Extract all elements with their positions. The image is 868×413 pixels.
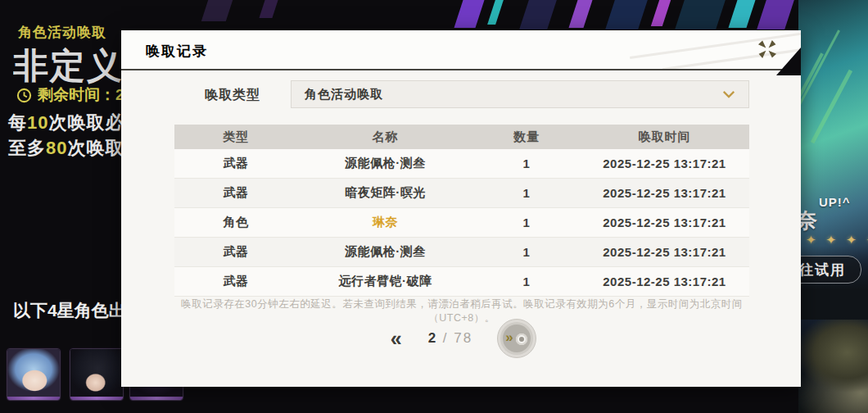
cell-qty: 1 (473, 275, 580, 288)
dialog-title: 唤取记录 (146, 42, 208, 61)
header-qty: 数量 (473, 129, 580, 145)
cell-time: 2025-12-25 13:17:21 (580, 157, 749, 170)
table-row: 武器源能佩枪·测叁12025-12-25 13:17:21 (174, 238, 749, 267)
next-page-icon: » (505, 329, 513, 346)
star-icon: ✦ (826, 233, 837, 247)
star-icon: ✦ (846, 233, 857, 247)
cell-type: 角色 (174, 215, 297, 230)
prev-page-button[interactable]: « (387, 329, 404, 349)
header-type: 类型 (174, 129, 297, 145)
cell-time: 2025-12-25 13:17:21 (580, 245, 749, 259)
table-row: 武器暗夜矩阵·暝光12025-12-25 13:17:21 (174, 179, 749, 208)
header-time: 唤取时间 (580, 129, 749, 145)
four-star-heading: 以下4星角色出现概 (13, 299, 123, 322)
records-table: 类型 名称 数量 唤取时间 武器源能佩枪·测叁12025-12-25 13:17… (174, 125, 749, 297)
cell-type: 武器 (174, 244, 297, 260)
table-row: 武器源能佩枪·测叁12025-12-25 13:17:21 (174, 149, 749, 179)
table-header-row: 类型 名称 数量 唤取时间 (174, 125, 749, 149)
cell-name: 琳奈 (297, 215, 473, 230)
header-divider (121, 69, 801, 70)
convene-records-dialog: 唤取记录 唤取类型 角色活动唤取 (121, 30, 801, 387)
cell-qty: 1 (473, 245, 580, 259)
header-name: 名称 (297, 129, 473, 145)
star-icon: ✦ (806, 233, 816, 247)
close-icon (757, 39, 778, 60)
game-screen: 角色活动唤取 非定义光 剩余时间：20天 每10次唤取必得4 至多80次唤取必得… (0, 0, 868, 413)
cell-name: 远行者臂铠·破障 (297, 274, 473, 289)
cell-time: 2025-12-25 13:17:21 (580, 186, 749, 200)
current-page: 2 (428, 330, 437, 346)
filter-label: 唤取类型 (205, 87, 260, 104)
selected-convene-type: 角色活动唤取 (305, 87, 383, 102)
table-row: 武器远行者臂铠·破障12025-12-25 13:17:21 (174, 267, 749, 297)
cell-qty: 1 (473, 157, 580, 170)
dialog-header: 唤取记录 (121, 30, 801, 69)
next-page-button[interactable]: » (497, 319, 536, 358)
convene-type-select[interactable]: 角色活动唤取 (291, 80, 749, 108)
banner-title: 非定义光 (13, 43, 123, 88)
table-body: 武器源能佩枪·测叁12025-12-25 13:17:21武器暗夜矩阵·暝光12… (174, 149, 749, 297)
table-row: 角色琳奈12025-12-25 13:17:21 (174, 208, 749, 238)
cell-time: 2025-12-25 13:17:21 (580, 275, 749, 288)
cell-qty: 1 (473, 216, 580, 229)
cell-name: 源能佩枪·测叁 (297, 156, 473, 171)
up-badge: UP!^ (819, 195, 851, 209)
banner-type-label: 角色活动唤取 (18, 23, 106, 42)
total-pages: 78 (454, 330, 472, 346)
cell-qty: 1 (473, 186, 580, 200)
character-avatar-1[interactable] (7, 348, 61, 401)
cell-time: 2025-12-25 13:17:21 (580, 216, 749, 229)
rarity-stars: ✦✦✦✦ (806, 233, 868, 247)
pagination: « 2 / 78 » (174, 315, 750, 361)
cell-name: 源能佩枪·测叁 (297, 244, 473, 260)
banner-title-clip: 非定义光 (13, 43, 123, 88)
character-avatar-2[interactable] (70, 348, 124, 401)
cell-type: 武器 (174, 274, 297, 289)
corner-notch-decoration (776, 48, 801, 75)
page-indicator: 2 / 78 (428, 330, 473, 347)
clock-icon (16, 88, 32, 103)
cell-type: 武器 (174, 185, 297, 201)
cell-type: 武器 (174, 156, 297, 171)
cell-name: 暗夜矩阵·暝光 (297, 185, 473, 201)
chevron-down-icon (722, 90, 735, 98)
close-button[interactable] (757, 39, 778, 60)
